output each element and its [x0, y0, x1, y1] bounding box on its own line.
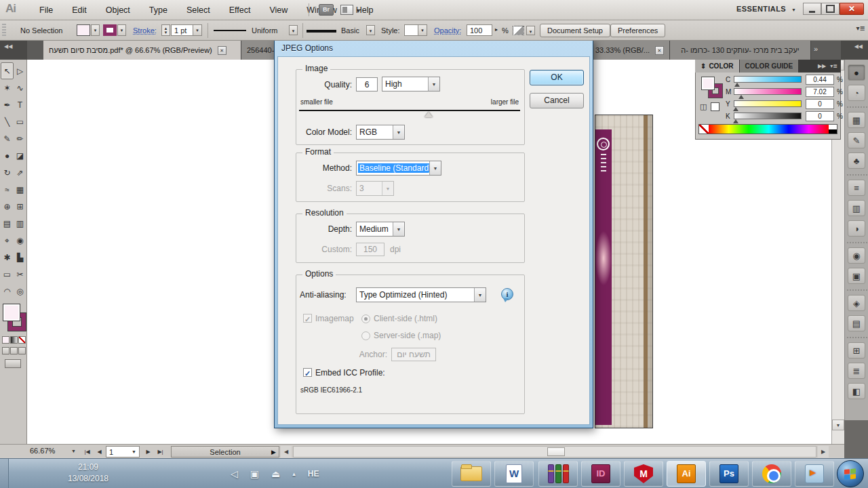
variable-width-combo[interactable]: Uniform [248, 24, 298, 36]
tool-icon-paintbrush[interactable]: ✎ [1, 130, 14, 147]
hue-spectrum[interactable] [709, 125, 829, 134]
panel-fill-swatch[interactable] [701, 77, 715, 90]
dock-icon-gradient[interactable]: ▥ [848, 200, 865, 216]
tab-color-guide[interactable]: COLOR GUIDE [740, 60, 799, 73]
bridge-button[interactable]: Br [319, 4, 334, 16]
quality-field[interactable]: 6 [356, 77, 378, 92]
taskbar-illustrator[interactable]: Ai [667, 461, 706, 487]
dock-collapse-button[interactable]: ◀◀ [841, 41, 868, 60]
dock-icon-align[interactable]: ≣ [848, 363, 865, 379]
black-value[interactable]: 0 [806, 111, 834, 121]
tool-icon-free-transform[interactable]: ▦ [14, 181, 26, 198]
taskbar-chrome[interactable] [752, 461, 791, 487]
minimize-button[interactable] [803, 3, 821, 15]
last-color-swatch[interactable] [711, 102, 719, 111]
dock-icon-symbols[interactable]: ♣ [848, 152, 865, 169]
menu-item[interactable]: Type [140, 0, 177, 20]
menu-item[interactable]: Object [96, 0, 140, 20]
tool-icon-lasso[interactable]: ∿ [14, 79, 26, 96]
stroke-weight-combo[interactable]: 1 pt [171, 24, 202, 36]
style-combo[interactable] [404, 24, 427, 36]
menu-item[interactable]: View [260, 0, 297, 20]
taskbar-word[interactable]: W [494, 461, 534, 487]
fill-swatch[interactable] [3, 304, 20, 321]
tool-icon-rotate[interactable]: ↻ [1, 164, 14, 181]
color-mode-button[interactable] [2, 336, 9, 344]
scroll-down-icon[interactable] [832, 420, 844, 430]
opacity-spinner-icon[interactable]: ▸ [495, 26, 498, 33]
speaker-icon[interactable]: ◁ [231, 468, 238, 479]
tool-icon-line-segment[interactable]: ╲ [1, 113, 14, 130]
dock-icon-transform[interactable]: ⊞ [848, 342, 865, 359]
magenta-value[interactable]: 7.02 [806, 87, 834, 97]
brush-definition-combo[interactable]: Basic [338, 24, 376, 36]
close-tab-icon[interactable] [655, 46, 664, 55]
tool-icon-magic-wand[interactable]: ✶ [1, 79, 14, 96]
tool-icon-column-graph[interactable]: ▙ [14, 249, 26, 266]
tool-icon-blob-brush[interactable]: ● [1, 147, 14, 164]
panel-menu-icon[interactable]: ▾≣ [830, 63, 837, 69]
out-of-gamut-icon[interactable]: ◫ [700, 102, 707, 111]
slider-thumb[interactable] [733, 119, 738, 123]
cyan-slider[interactable] [734, 76, 802, 83]
first-page-button[interactable]: |◀ [81, 447, 93, 457]
preferences-button[interactable]: Preferences [610, 24, 665, 37]
tab-color[interactable]: ⇕ COLOR [695, 60, 739, 73]
method-combo[interactable]: Baseline (Standard) [356, 161, 441, 176]
tool-icon-slice[interactable]: ✂ [14, 266, 26, 283]
taskbar-media-player[interactable] [795, 461, 834, 487]
language-indicator[interactable]: HE [308, 469, 319, 479]
tool-icon-gradient[interactable]: ▥ [14, 215, 26, 232]
tabbar-collapse-left[interactable]: ◀◀ [0, 41, 27, 60]
tab-document-1[interactable]: מסיבת סיום תשעח.pdf* @ 66.67% (RGB/Previ… [43, 41, 241, 60]
tool-icon-width[interactable]: ≈ [1, 181, 14, 198]
prev-page-button[interactable]: ◀ [94, 447, 105, 457]
hidden-icons-caret[interactable]: ▴ [292, 470, 296, 477]
slider-thumb[interactable] [733, 107, 738, 111]
tool-icon-selection[interactable]: ↖ [1, 62, 14, 79]
stroke-panel-link[interactable]: Stroke: [133, 26, 157, 35]
tool-icon-artboard[interactable]: ▭ [1, 266, 14, 283]
tool-icon-hand[interactable]: ◠ [1, 283, 14, 300]
draw-inside-button[interactable] [18, 347, 26, 354]
scroll-right-icon[interactable]: ▶ [818, 446, 829, 458]
dialog-title-bar[interactable]: JPEG Options [275, 39, 593, 56]
tool-icon-rectangle[interactable]: ▭ [14, 113, 26, 130]
control-panel-menu-icon[interactable]: ▾≣ [856, 24, 865, 32]
opacity-link[interactable]: Opacity: [434, 26, 461, 35]
dock-icon-swatches[interactable]: ▦ [848, 112, 865, 128]
show-desktop-button[interactable] [0, 459, 9, 488]
quality-slider-track[interactable] [299, 110, 520, 111]
opacity-mask-icon[interactable] [513, 26, 524, 35]
taskbar-explorer[interactable] [452, 461, 491, 487]
cancel-button[interactable]: Cancel [530, 93, 584, 108]
arrange-documents-button[interactable] [340, 3, 368, 16]
scrollbar-thumb[interactable] [547, 447, 565, 456]
status-indicator[interactable]: Selection [171, 446, 279, 458]
stroke-weight-stepper[interactable] [161, 24, 170, 36]
dock-icon-stroke[interactable]: ≡ [848, 180, 865, 196]
fill-color-dropdown[interactable] [91, 24, 100, 36]
slider-thumb[interactable] [734, 83, 740, 87]
dock-icon-color-guide[interactable]: ◔ [848, 85, 865, 101]
tool-icon-pen[interactable]: ✒ [1, 96, 14, 113]
workspace-switcher[interactable]: ESSENTIALS [736, 5, 796, 13]
quality-slider-thumb[interactable] [425, 112, 433, 117]
scroll-left-icon[interactable]: ◀ [281, 446, 292, 458]
opacity-field[interactable]: 100 [467, 24, 492, 36]
none-mode-button[interactable] [18, 336, 26, 344]
info-icon[interactable]: i [501, 288, 513, 300]
color-model-combo[interactable]: RGB [356, 125, 405, 140]
start-button[interactable] [837, 460, 864, 487]
dock-icon-pathfinder[interactable]: ◧ [848, 383, 865, 399]
tool-icon-type[interactable]: T [14, 96, 26, 113]
tool-icon-zoom[interactable]: ◎ [14, 283, 26, 300]
tab-document-4[interactable]: יעקב בית מרכז -עותקים 130 -כרומו -ה [670, 41, 811, 60]
black-slider[interactable] [734, 113, 802, 119]
dock-icon-graphic-styles[interactable]: ▣ [848, 268, 865, 284]
gradient-mode-button[interactable] [10, 336, 18, 344]
screen-mode-button[interactable] [5, 359, 21, 368]
magenta-slider[interactable] [734, 88, 802, 95]
draw-behind-button[interactable] [10, 347, 18, 354]
tab-overflow-icon[interactable]: » [814, 45, 818, 53]
